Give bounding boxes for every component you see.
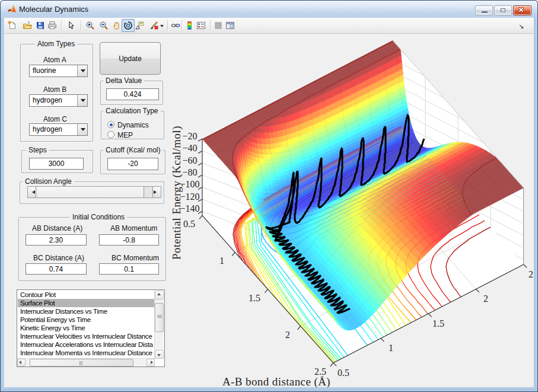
svg-text:A-B bond distance (Å): A-B bond distance (Å) xyxy=(222,375,330,388)
svg-text:−40: −40 xyxy=(182,143,197,153)
svg-text:−20: −20 xyxy=(182,131,197,141)
svg-text:1: 1 xyxy=(219,256,224,266)
svg-text:−140: −140 xyxy=(180,203,199,213)
svg-text:−60: −60 xyxy=(182,155,197,165)
svg-text:0.5: 0.5 xyxy=(338,368,349,378)
svg-text:1: 1 xyxy=(389,343,393,353)
svg-text:−80: −80 xyxy=(182,167,197,177)
svg-text:Potential Energy (Kcal/mol): Potential Energy (Kcal/mol) xyxy=(170,126,183,260)
svg-text:−100: −100 xyxy=(180,179,199,189)
svg-text:−120: −120 xyxy=(180,192,199,202)
svg-text:1.5: 1.5 xyxy=(432,318,444,329)
svg-text:2: 2 xyxy=(483,294,488,304)
svg-text:2: 2 xyxy=(285,330,290,340)
svg-text:0.5: 0.5 xyxy=(183,219,195,229)
svg-text:1.5: 1.5 xyxy=(249,293,260,303)
